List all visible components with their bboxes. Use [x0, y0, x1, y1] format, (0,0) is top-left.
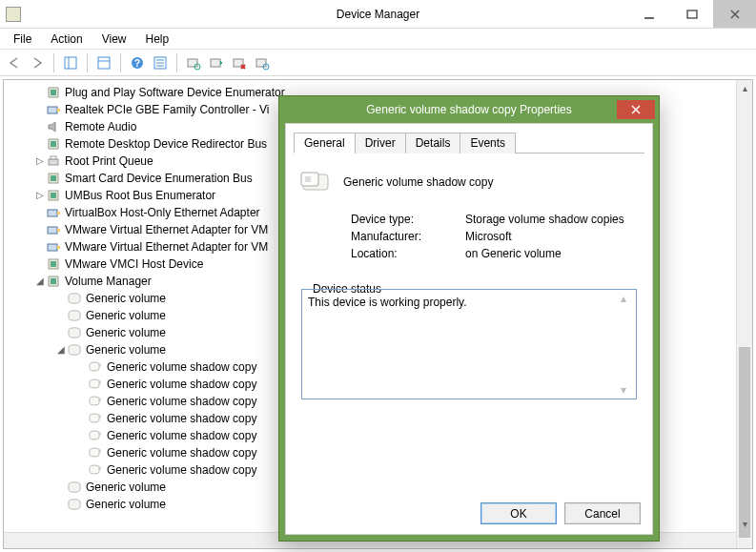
tree-item-label: Remote Desktop Device Redirector Bus — [65, 135, 267, 153]
scrollbar-thumb[interactable] — [739, 347, 750, 538]
window-controls — [627, 0, 756, 28]
toolbar-separator — [87, 53, 88, 72]
vsc-icon — [88, 359, 103, 375]
disable-icon — [255, 55, 270, 71]
tree-item-label: Generic volume — [86, 341, 166, 358]
tab-details[interactable]: Details — [405, 133, 461, 153]
tab-general[interactable]: General — [294, 133, 356, 153]
toolbar-separator — [176, 53, 177, 72]
menu-file[interactable]: File — [4, 31, 41, 48]
scan-hardware-button[interactable] — [183, 52, 204, 73]
svg-rect-37 — [57, 229, 60, 232]
vsc-icon — [88, 445, 103, 460]
chip-icon — [46, 256, 61, 272]
chip-icon — [46, 136, 61, 152]
nic-icon — [46, 239, 61, 255]
nic-icon — [46, 205, 61, 220]
tree-item-label: VMware VMCI Host Device — [65, 256, 203, 273]
tree-item-label: Generic volume — [86, 479, 166, 496]
svg-rect-35 — [57, 212, 60, 215]
svg-rect-31 — [51, 175, 56, 181]
back-arrow-icon — [7, 55, 22, 71]
menu-action[interactable]: Action — [41, 31, 92, 48]
svg-rect-23 — [51, 90, 56, 95]
svg-rect-34 — [48, 210, 57, 216]
close-button[interactable] — [713, 0, 756, 28]
close-icon — [729, 9, 741, 20]
minimize-icon — [644, 9, 655, 20]
uninstall-button[interactable] — [229, 52, 250, 73]
tree-item-label: Generic volume shadow copy — [107, 358, 256, 376]
chip-icon — [46, 85, 61, 100]
tab-events[interactable]: Events — [460, 133, 516, 153]
tree-item-label: Smart Card Device Enumeration Bus — [65, 170, 253, 187]
row-location: Location: on Generic volume — [294, 245, 644, 262]
label-device-type: Device type: — [351, 213, 465, 226]
menu-help[interactable]: Help — [136, 31, 179, 48]
label-location: Location: — [351, 247, 465, 260]
ok-button[interactable]: OK — [480, 502, 557, 524]
menu-view[interactable]: View — [92, 31, 136, 48]
tree-item-label: VirtualBox Host-Only Ethernet Adapter — [65, 204, 260, 221]
update-driver-button[interactable] — [206, 52, 227, 73]
chip-icon — [46, 188, 61, 203]
svg-rect-33 — [51, 193, 56, 198]
svg-rect-28 — [49, 159, 58, 165]
properties-dialog: Generic volume shadow copy Properties Ge… — [278, 95, 660, 542]
tree-item-label: Generic volume — [86, 290, 166, 307]
tree-expand-icon[interactable]: ▷ — [34, 187, 46, 204]
tree-item-label: Generic volume — [86, 307, 166, 324]
scroll-up-arrow-icon[interactable]: ▴ — [737, 80, 752, 96]
tab-driver[interactable]: Driver — [355, 133, 406, 153]
help-button[interactable]: ? — [127, 52, 148, 73]
tree-pane-icon — [63, 55, 78, 71]
tree-item-label: Generic volume shadow copy — [107, 461, 256, 479]
uninstall-icon — [232, 55, 247, 71]
vsc-icon — [88, 462, 103, 478]
svg-rect-29 — [51, 156, 56, 159]
chip-icon — [46, 274, 61, 289]
svg-text:?: ? — [134, 58, 140, 69]
tree-item-label: Plug and Play Software Device Enumerator — [65, 84, 285, 101]
dialog-title: Generic volume shadow copy Properties — [279, 103, 659, 116]
toolbar: ? — [0, 50, 756, 76]
tree-item-label: VMware Virtual Ethernet Adapter for VM — [65, 238, 268, 256]
show-hidden-button[interactable] — [150, 52, 171, 73]
scroll-down-arrow-icon[interactable]: ▾ — [737, 516, 752, 532]
device-status-text: This device is working properly. — [308, 296, 467, 309]
tree-item-label: Generic volume shadow copy — [107, 376, 256, 393]
svg-rect-20 — [256, 59, 266, 67]
value-manufacturer: Microsoft — [465, 230, 512, 243]
scroll-up-arrow-icon: ▴ — [621, 292, 634, 305]
vsc-icon — [88, 394, 103, 409]
svg-rect-27 — [51, 141, 56, 147]
minimize-button[interactable] — [627, 0, 670, 28]
svg-rect-41 — [51, 261, 56, 267]
toolbar-separator — [53, 53, 54, 72]
properties-button[interactable] — [93, 52, 114, 73]
tree-item-label: Generic volume shadow copy — [107, 410, 256, 427]
disable-button[interactable] — [252, 52, 273, 73]
status-scrollbar[interactable]: ▴ ▾ — [621, 292, 634, 397]
svg-rect-4 — [65, 57, 76, 69]
vertical-scrollbar[interactable]: ▴ ▾ — [736, 80, 752, 548]
device-icon — [301, 169, 332, 195]
window-list-icon — [153, 55, 168, 71]
back-button[interactable] — [4, 52, 25, 73]
dialog-titlebar[interactable]: Generic volume shadow copy Properties — [279, 96, 659, 123]
forward-button[interactable] — [27, 52, 48, 73]
tab-strip: General Driver Details Events — [294, 132, 644, 153]
device-header: Generic volume shadow copy — [294, 153, 644, 201]
tree-collapse-icon[interactable]: ◢ — [55, 341, 67, 358]
show-hide-tree-button[interactable] — [60, 52, 81, 73]
vsc-icon — [88, 411, 103, 426]
vol-icon — [67, 325, 82, 340]
tree-collapse-icon[interactable]: ◢ — [34, 273, 46, 290]
maximize-button[interactable] — [670, 0, 713, 28]
tree-expand-icon[interactable]: ▷ — [34, 153, 46, 170]
value-location: on Generic volume — [465, 247, 562, 260]
cancel-button[interactable]: Cancel — [564, 502, 641, 524]
tree-item-label: Root Print Queue — [65, 153, 153, 170]
label-manufacturer: Manufacturer: — [351, 230, 465, 243]
device-status-group: Device status This device is working pro… — [301, 276, 637, 399]
